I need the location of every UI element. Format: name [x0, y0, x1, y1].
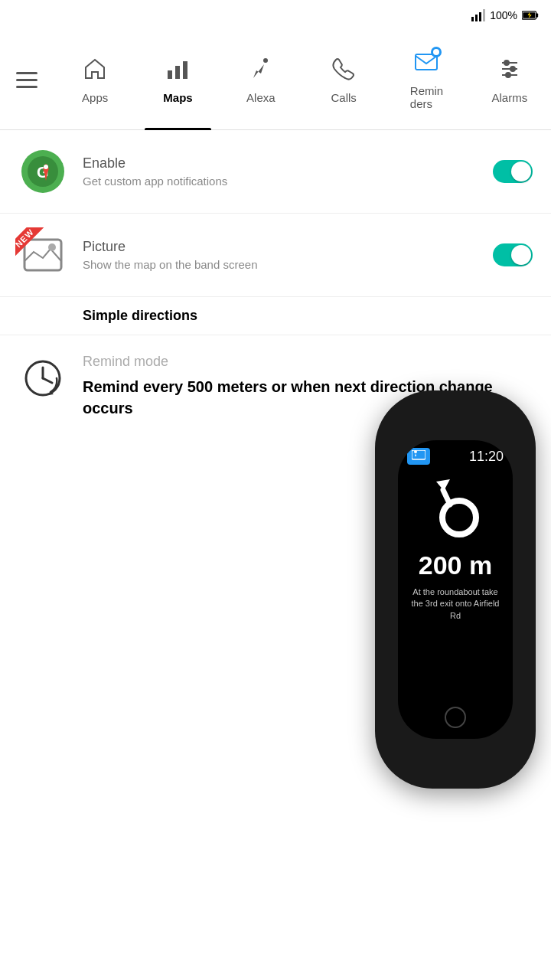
band-direction-icon-wrap	[421, 475, 490, 547]
band-instruction: At the roundabout take the 3rd exit onto…	[398, 580, 513, 628]
run-icon	[249, 57, 273, 87]
svg-rect-2	[479, 12, 481, 21]
remind-mode-title: Remind mode	[83, 354, 533, 370]
hamburger-icon	[16, 72, 37, 88]
google-maps-icon: G	[21, 150, 64, 193]
tab-apps-label: Apps	[82, 91, 108, 104]
svg-rect-6	[536, 13, 539, 17]
enable-title: Enable	[83, 155, 493, 172]
picture-title: Picture	[83, 239, 493, 255]
svg-point-30	[414, 450, 417, 453]
svg-rect-29	[412, 450, 425, 459]
picture-icon-wrap: NEW	[18, 230, 67, 279]
sliders-icon	[497, 57, 522, 87]
tab-calls[interactable]: Calls	[302, 31, 385, 130]
remind-mode-icon-wrap	[18, 354, 67, 403]
tab-maps[interactable]: Maps	[136, 31, 219, 130]
new-badge: NEW	[15, 227, 44, 257]
enable-setting-row: G Enable Get custom app notifications	[0, 130, 551, 214]
tab-reminders-label: Reminders	[410, 84, 443, 110]
band-header: 11:20	[398, 440, 513, 469]
home-icon	[83, 57, 107, 87]
picture-setting-text: Picture Show the map on the band screen	[83, 239, 493, 271]
svg-rect-3	[483, 9, 485, 21]
band-device: 11:20 200 m At the roundabout take the 3	[375, 390, 536, 789]
svg-rect-8	[168, 70, 172, 79]
tab-alarms-label: Alarms	[491, 91, 527, 104]
svg-line-27	[43, 378, 52, 383]
svg-point-22	[44, 165, 48, 169]
band-time: 11:20	[469, 449, 504, 465]
band-preview: 11:20 200 m At the roundabout take the 3	[367, 390, 543, 819]
enable-toggle[interactable]	[493, 160, 533, 183]
maps-app-icon-wrap: G	[18, 147, 67, 196]
picture-toggle[interactable]	[493, 243, 533, 266]
band-distance: 200 m	[419, 550, 492, 580]
svg-point-16	[504, 60, 509, 65]
svg-rect-0	[471, 17, 474, 21]
battery-percentage: 100%	[490, 9, 517, 21]
notification-badge	[431, 47, 442, 57]
roundabout-icon	[421, 475, 490, 544]
nav-tabs: Apps Maps Alexa	[54, 31, 551, 130]
tab-reminders[interactable]: Reminders	[385, 31, 468, 130]
simple-directions-label: Simple directions	[83, 308, 197, 323]
svg-point-17	[510, 67, 515, 71]
svg-point-31	[442, 501, 476, 534]
phone-icon	[331, 57, 356, 87]
svg-rect-10	[183, 61, 187, 79]
chart-icon	[165, 57, 190, 87]
nav-bar: Apps Maps Alexa	[0, 31, 551, 130]
svg-line-32	[443, 490, 450, 505]
battery-charging-icon	[522, 10, 539, 21]
tab-apps[interactable]: Apps	[54, 31, 136, 130]
tab-alexa[interactable]: Alexa	[220, 31, 302, 130]
signal-icon	[471, 9, 485, 21]
svg-point-18	[506, 73, 510, 77]
tab-alarms[interactable]: Alarms	[468, 31, 551, 130]
band-home-button	[445, 707, 466, 728]
enable-setting-text: Enable Get custom app notifications	[83, 155, 493, 188]
svg-rect-1	[475, 15, 478, 21]
hamburger-menu-button[interactable]	[0, 31, 54, 130]
picture-subtitle: Show the map on the band screen	[83, 258, 493, 271]
enable-subtitle: Get custom app notifications	[83, 175, 493, 188]
band-screen: 11:20 200 m At the roundabout take the 3	[398, 440, 513, 739]
band-app-icon	[407, 448, 430, 465]
tab-maps-label: Maps	[163, 91, 192, 104]
mail-icon	[414, 50, 439, 80]
tab-alexa-label: Alexa	[246, 91, 276, 104]
picture-setting-row: NEW Picture Show the map on the band scr…	[0, 214, 551, 297]
main-content: G Enable Get custom app notifications NE…	[0, 130, 551, 628]
clock-refresh-icon	[23, 358, 63, 398]
svg-rect-9	[175, 66, 180, 79]
tab-calls-label: Calls	[331, 91, 356, 104]
simple-directions-header: Simple directions	[0, 297, 551, 335]
svg-point-11	[263, 58, 268, 63]
status-bar: 100%	[0, 0, 551, 31]
